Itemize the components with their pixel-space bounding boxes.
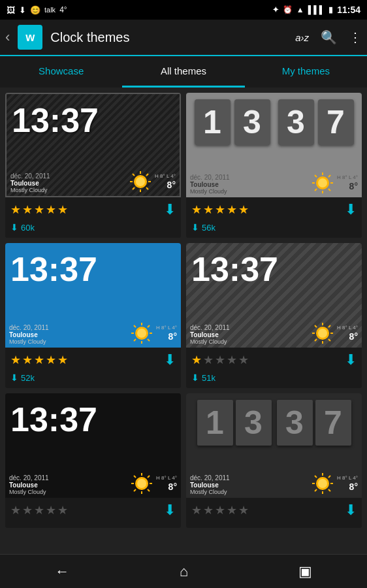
temp-main-2: 8° [349, 181, 358, 191]
stars-2: ★ ★ ★ ★ ★ [191, 203, 249, 217]
sun-icon-6 [311, 472, 334, 495]
svg-point-31 [318, 329, 327, 338]
svg-line-37 [328, 339, 330, 341]
stars-3: ★ ★ ★ ★ ★ [10, 353, 68, 367]
svg-line-58 [328, 476, 330, 478]
weather-desc-1: Mostly Cloudy [10, 187, 50, 193]
wifi-icon: ▲ [296, 5, 304, 14]
theme-card-6[interactable]: 1 3 3 7 déc. 20, 2011 Toulouse Mostly Cl… [186, 393, 362, 528]
clock-preview-3: 13:37 déc. 20, 2011 Toulouse Mostly Clou… [5, 243, 181, 348]
signal-icon: ▌▌▌ [308, 5, 325, 14]
download-button-3[interactable]: ⬇ [164, 351, 176, 368]
weather-desc-3: Mostly Cloudy [9, 338, 49, 345]
clock-time: 11:54 [337, 5, 360, 15]
rating-row-2: ★ ★ ★ ★ ★ ⬇ [186, 197, 362, 222]
download-count-row-3: ⬇ 52k [5, 372, 181, 388]
back-button[interactable]: ‹ [5, 29, 10, 46]
weather-desc-6: Mostly Cloudy [190, 489, 230, 495]
sun-icon-2 [311, 171, 334, 195]
tab-bar: Showcase All themes My themes [0, 56, 367, 88]
star-5: ★ [57, 203, 68, 217]
star-2: ★ [22, 203, 33, 217]
theme-card-4[interactable]: 13:37 déc. 20, 2011 Toulouse Mostly Clou… [186, 243, 362, 388]
talk-icon: talk [44, 6, 56, 14]
weather-city-1: Toulouse [10, 180, 50, 187]
weather-desc-4: Mostly Cloudy [190, 338, 230, 345]
dl-count-1: 60k [21, 223, 35, 233]
tab-all-themes[interactable]: All themes [122, 56, 244, 88]
svg-line-28 [148, 325, 150, 327]
rating-row-5: ★ ★ ★ ★ ★ ⬇ [5, 498, 181, 523]
status-icons-left: 🖼 ⬇ 😊 talk 4° [7, 5, 67, 15]
flip-digit-2: 3 [234, 99, 270, 145]
svg-point-21 [137, 329, 146, 338]
alarm-icon: ⏰ [283, 5, 293, 14]
status-bar: 🖼 ⬇ 😊 talk 4° ✦ ⏰ ▲ ▌▌▌ ▮ 11:54 [0, 0, 367, 20]
rating-row-1: ★ ★ ★ ★ ★ ⬇ [5, 197, 181, 222]
download-button-1[interactable]: ⬇ [164, 201, 176, 218]
stars-5: ★ ★ ★ ★ ★ [10, 503, 68, 517]
temp-area-3: H 8° L 4° 8° [156, 325, 177, 342]
weather-date-2: déc. 20, 2011 [190, 174, 230, 181]
app-bar: ‹ w Clock themes a›z 🔍 ⋮ [0, 20, 367, 56]
weather-left-4: déc. 20, 2011 Toulouse Mostly Cloudy [190, 324, 230, 345]
flip-digit-6-1: 1 [197, 400, 233, 446]
temp-main-1: 8° [167, 180, 176, 190]
home-nav-button[interactable]: ⌂ [167, 558, 201, 585]
svg-line-16 [315, 175, 317, 177]
weather-row-3: déc. 20, 2011 Toulouse Mostly Cloudy [5, 319, 181, 348]
smiley-icon: 😊 [30, 5, 40, 15]
weather-right-5: H 8° L 4° 8° [130, 472, 177, 495]
clock-time-1: 13:37 [7, 94, 180, 140]
download-status-icon: ⬇ [19, 5, 26, 15]
download-button-2[interactable]: ⬇ [345, 201, 357, 218]
svg-line-46 [134, 476, 136, 478]
weather-desc-2: Mostly Cloudy [190, 188, 230, 195]
weather-city-6: Toulouse [190, 482, 230, 489]
flip-digit-6-3: 3 [277, 400, 313, 446]
weather-row-2: déc. 20, 2011 Toulouse Mostly Cloudy [186, 169, 362, 197]
svg-line-59 [315, 489, 317, 491]
tab-showcase[interactable]: Showcase [0, 56, 122, 88]
sort-button[interactable]: a›z [295, 32, 309, 43]
search-button[interactable]: 🔍 [321, 29, 337, 45]
download-button-4[interactable]: ⬇ [345, 351, 357, 368]
download-count-row-2: ⬇ 56k [186, 222, 362, 238]
weather-date-6: déc. 20, 2011 [190, 474, 230, 482]
temp-area-1: H 8° L 4° 8° [155, 173, 176, 190]
temp-main-3: 8° [168, 331, 177, 342]
svg-line-38 [328, 325, 330, 327]
download-button-6[interactable]: ⬇ [345, 502, 357, 519]
sun-icon-4 [311, 321, 334, 345]
weather-right-2: H 8° L 4° 8° [311, 171, 358, 195]
flip-digit-6-4: 7 [315, 400, 351, 446]
flip-digit-6-2: 3 [236, 400, 272, 446]
theme-card-3[interactable]: 13:37 déc. 20, 2011 Toulouse Mostly Clou… [5, 243, 181, 388]
theme-card-1[interactable]: 13:37 déc. 20, 2011 Toulouse Mostly Clou… [5, 93, 181, 238]
temp-area-2: H 8° L 4° 8° [337, 174, 358, 191]
clock-preview-6: 1 3 3 7 déc. 20, 2011 Toulouse Mostly Cl… [186, 393, 362, 498]
svg-line-7 [146, 188, 148, 189]
app-logo: w [18, 25, 42, 50]
recent-nav-button[interactable]: ▣ [285, 558, 325, 585]
temp-icon: 4° [59, 5, 67, 14]
svg-line-26 [134, 325, 136, 327]
back-nav-button[interactable]: ← [42, 558, 82, 585]
temp-area-6: H 8° L 4° 8° [337, 475, 358, 492]
temp-area-4: H 8° L 4° 8° [337, 325, 358, 342]
svg-line-47 [148, 489, 150, 491]
clock-preview-4: 13:37 déc. 20, 2011 Toulouse Mostly Clou… [186, 243, 362, 348]
theme-card-2[interactable]: 1 3 3 7 déc. 20, 2011 Toulouse Mostly Cl… [186, 93, 362, 238]
app-bar-actions: a›z 🔍 ⋮ [295, 29, 362, 45]
dl-count-4: 51k [202, 373, 215, 383]
download-button-5[interactable]: ⬇ [164, 502, 176, 519]
tab-my-themes[interactable]: My themes [245, 56, 367, 88]
weather-left-5: déc. 20, 2011 Toulouse Mostly Cloudy [9, 474, 49, 495]
rating-row-4: ★ ★ ★ ★ ★ ⬇ [186, 348, 362, 372]
sun-icon-5 [130, 472, 153, 495]
weather-left-2: déc. 20, 2011 Toulouse Mostly Cloudy [190, 174, 230, 195]
weather-row-4: déc. 20, 2011 Toulouse Mostly Cloudy [186, 319, 362, 348]
overflow-menu-button[interactable]: ⋮ [349, 29, 362, 45]
theme-card-5[interactable]: 13:37 déc. 20, 2011 Toulouse Mostly Clou… [5, 393, 181, 528]
weather-row-1: déc. 20, 2011 Toulouse Mostly Cloudy [7, 167, 180, 196]
